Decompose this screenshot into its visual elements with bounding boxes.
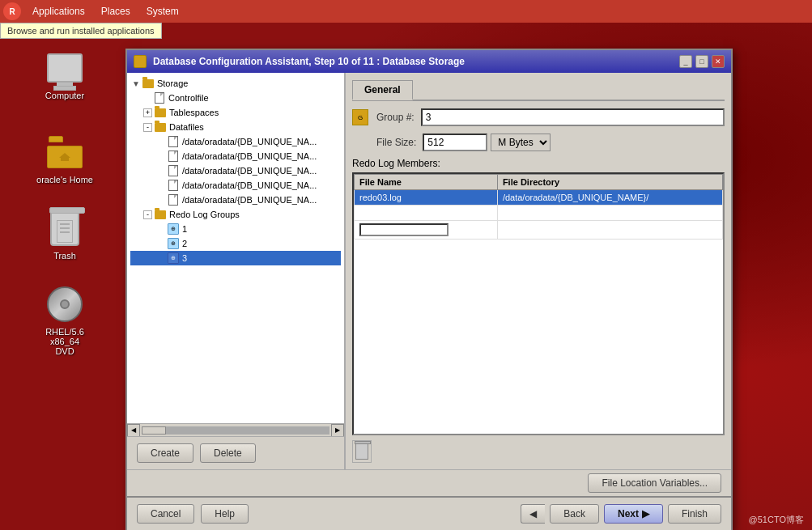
tree-hscroll[interactable]: ◀ ▶: [127, 423, 344, 436]
close-button[interactable]: ✕: [712, 55, 725, 68]
table-row[interactable]: [355, 206, 723, 221]
file-location-button[interactable]: File Location Variables...: [588, 473, 721, 493]
tree-node-controlfile-label: Controlfile: [168, 93, 209, 103]
minimize-button[interactable]: _: [679, 55, 692, 68]
help-button[interactable]: Help: [201, 504, 249, 524]
tree-node-df1-label: /data/oradata/{DB_UNIQUE_NA...: [182, 137, 317, 146]
tree-node-tablespaces[interactable]: + Tablespaces: [130, 105, 341, 120]
tablespaces-expand[interactable]: +: [143, 108, 152, 117]
group3-icon: ⊕: [167, 252, 180, 265]
tree-node-df2-label: /data/oradata/{DB_UNIQUE_NA...: [182, 151, 317, 161]
cell-filename-edit[interactable]: [355, 221, 498, 240]
dvd-shape: [47, 286, 83, 322]
tab-general[interactable]: General: [352, 80, 413, 100]
tree-node-group1-label: 1: [182, 224, 187, 234]
edit-cell-input[interactable]: [359, 223, 449, 236]
menu-applications[interactable]: Applications: [24, 2, 93, 20]
desktop-icon-dvd[interactable]: RHEL/5.6 x86_64 DVD: [32, 285, 97, 356]
hscroll-thumb[interactable]: [142, 426, 166, 435]
tree-node-redolog[interactable]: - Redo Log Groups: [130, 207, 341, 222]
footer-nav-buttons: ◀ Back Next ▶ Finish: [521, 504, 721, 524]
group-number-label: Group #:: [376, 112, 415, 123]
maximize-button[interactable]: □: [695, 55, 708, 68]
tree-node-datafiles[interactable]: - Datafiles: [130, 120, 341, 134]
hscroll-track[interactable]: [142, 426, 329, 435]
next-button[interactable]: Next ▶: [604, 504, 663, 524]
members-label: Redo Log Members:: [352, 158, 725, 169]
desktop-icon-oracle-home[interactable]: oracle's Home: [32, 133, 97, 184]
tab-bar: General: [352, 79, 725, 101]
df1-icon: [167, 135, 180, 148]
finish-button[interactable]: Finish: [668, 504, 721, 524]
desktop-icon-trash[interactable]: Trash: [32, 209, 97, 261]
tree-node-group3[interactable]: ⊕ 3: [130, 251, 341, 265]
tree-node-df4[interactable]: /data/oradata/{DB_UNIQUE_NA...: [130, 178, 341, 193]
tree-container: ▼ Storage Controlfile +: [127, 73, 346, 469]
back-arrow-button[interactable]: ◀: [521, 504, 545, 524]
menu-places[interactable]: Places: [93, 2, 138, 20]
desktop-icon-computer[interactable]: Computer: [32, 49, 97, 100]
footer-left-buttons: Cancel Help: [137, 504, 249, 524]
file-size-unit-select[interactable]: K Bytes M Bytes G Bytes: [491, 134, 551, 151]
group-number-input[interactable]: [421, 108, 725, 126]
file-size-input[interactable]: [423, 134, 487, 151]
redolog-expand[interactable]: -: [143, 210, 152, 219]
redolog-folder-icon: [154, 208, 167, 221]
dvd-inner: [60, 299, 70, 309]
trash-icon: [45, 209, 84, 248]
members-data-table: File Name File Directory redo03.log /dat…: [354, 174, 723, 240]
tree-node-controlfile[interactable]: Controlfile: [130, 91, 341, 105]
trash-icon-small: [355, 443, 368, 460]
table-row[interactable]: redo03.log /data/oradata/{DB_UNIQUE_NAME…: [355, 190, 723, 206]
tree-node-df1[interactable]: /data/oradata/{DB_UNIQUE_NA...: [130, 134, 341, 149]
group-number-row: G Group #:: [352, 108, 725, 127]
trash-label: Trash: [53, 251, 76, 261]
cell-directory: /data/oradata/{DB_UNIQUE_NAME}/: [497, 190, 722, 206]
computer-icon: [45, 49, 84, 87]
next-arrow-icon: ▶: [642, 508, 649, 519]
file-size-label: File Size:: [376, 137, 416, 148]
tree-node-group2-label: 2: [182, 239, 187, 248]
tree-node-df5[interactable]: /data/oradata/{DB_UNIQUE_NA...: [130, 193, 341, 207]
house-shape: [59, 153, 70, 161]
tooltip-bar: Browse and run installed applications: [0, 23, 162, 39]
delete-button[interactable]: Delete: [200, 443, 256, 463]
tree-node-storage[interactable]: ▼ Storage: [130, 76, 341, 91]
hscroll-right-btn[interactable]: ▶: [331, 424, 344, 437]
cancel-button[interactable]: Cancel: [137, 504, 194, 524]
folder-tab: [49, 136, 63, 142]
dialog-title: Database Configuration Assistant, Step 1…: [153, 56, 465, 67]
tree-node-group1[interactable]: ⊕ 1: [130, 222, 341, 236]
menu-system[interactable]: System: [138, 2, 187, 20]
oracle-home-label: oracle's Home: [36, 175, 93, 184]
computer-label: Computer: [45, 91, 84, 100]
table-row-editing[interactable]: [355, 221, 723, 240]
file-location-row: File Location Variables...: [127, 469, 731, 496]
cell-filename: redo03.log: [355, 190, 498, 206]
tree-node-df2[interactable]: /data/oradata/{DB_UNIQUE_NA...: [130, 149, 341, 163]
back-button[interactable]: Back: [550, 504, 599, 524]
tooltip-text: Browse and run installed applications: [7, 26, 155, 36]
tablespaces-folder-icon: [154, 106, 167, 119]
tree-node-group3-label: 3: [182, 253, 187, 263]
cell-directory-edit: [497, 221, 722, 240]
members-table[interactable]: File Name File Directory redo03.log /dat…: [352, 172, 725, 435]
computer-base: [53, 86, 76, 91]
tree-node-group2[interactable]: ⊕ 2: [130, 236, 341, 251]
group2-icon: ⊕: [167, 237, 180, 250]
menubar: R Applications Places System: [0, 0, 812, 23]
computer-shape: [47, 53, 83, 83]
create-button[interactable]: Create: [137, 443, 193, 463]
tree-panel[interactable]: ▼ Storage Controlfile +: [127, 73, 346, 423]
home-overlay: [58, 151, 71, 163]
file-size-row: File Size: K Bytes M Bytes G Bytes: [352, 134, 725, 151]
delete-row-button[interactable]: [352, 440, 372, 463]
datafiles-expand[interactable]: -: [143, 123, 152, 132]
hscroll-left-btn[interactable]: ◀: [127, 424, 140, 437]
dialog-icon: [134, 55, 147, 68]
main-dialog: Database Configuration Assistant, Step 1…: [125, 49, 733, 530]
oracle-home-icon: [45, 133, 84, 172]
watermark: @51CTO博客: [749, 514, 804, 526]
tree-node-df3[interactable]: /data/oradata/{DB_UNIQUE_NA...: [130, 163, 341, 178]
tree-node-datafiles-label: Datafiles: [169, 122, 204, 132]
